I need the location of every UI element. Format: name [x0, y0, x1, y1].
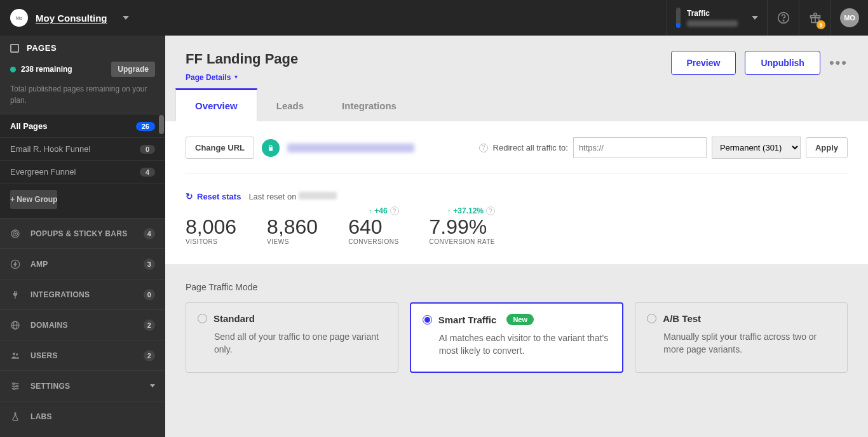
nav-settings[interactable]: SETTINGS: [0, 370, 165, 401]
reset-row: ↻ Reset stats Last reset on: [186, 191, 848, 201]
stat-views: 8,860 VIEWS: [267, 205, 318, 245]
sidebar: PAGES 238 remaining Upgrade Total publis…: [0, 36, 165, 437]
stat-value: 7.99%: [430, 217, 495, 237]
last-reset-text: Last reset on: [248, 192, 337, 201]
globe-icon: [10, 320, 20, 330]
nav-labs[interactable]: LABS: [0, 401, 165, 431]
page-count-badge: 4: [140, 168, 155, 177]
page-list: All Pages 26 Email R. Hook Funnel 0 Ever…: [0, 115, 165, 218]
page-item-label: Evergreen Funnel: [10, 167, 140, 177]
mode-desc: Send all of your traffic to one page var…: [198, 330, 386, 356]
more-menu-button[interactable]: •••: [829, 55, 848, 71]
svg-point-13: [16, 385, 18, 387]
tabs: Overview Leads Integrations: [165, 90, 868, 121]
mode-grid: Standard Send all of your traffic to one…: [186, 302, 848, 373]
topbar: Mo Moy Consulting Traffic 5 MO: [0, 0, 868, 36]
avatar[interactable]: MO: [840, 8, 859, 27]
pages-header[interactable]: PAGES: [0, 36, 165, 58]
stats-row: 8,006 VISITORS 8,860 VIEWS ↑ +46 ? 640 C…: [186, 205, 848, 245]
sidebar-page-email-hook[interactable]: Email R. Hook Funnel 0: [0, 138, 165, 161]
pages-icon: [10, 44, 19, 53]
traffic-text: Traffic: [687, 9, 738, 27]
tab-overview[interactable]: Overview: [175, 88, 257, 121]
svg-point-14: [13, 387, 15, 389]
sidebar-page-evergreen[interactable]: Evergreen Funnel 4: [0, 161, 165, 184]
mode-smart-traffic[interactable]: Smart Traffic New AI matches each visito…: [410, 302, 624, 373]
main-content: FF Landing Page Page Details ▼ Preview U…: [165, 36, 868, 437]
reset-stats-link[interactable]: ↻ Reset stats: [186, 191, 241, 201]
new-badge: New: [506, 314, 534, 325]
remaining-text: 238 remaining: [21, 65, 106, 74]
url-row: Change URL ? Redirect all traffic to: Pe…: [186, 137, 848, 173]
stat-conversion-rate: ↑ +37.12% ? 7.99% CONVERSION RATE: [430, 205, 495, 245]
chevron-down-icon: [752, 16, 758, 20]
nav-popups[interactable]: POPUPS & STICKY BARS 4: [0, 218, 165, 248]
change-url-button[interactable]: Change URL: [186, 137, 254, 159]
redirect-label: Redirect all traffic to:: [493, 143, 568, 152]
gift-badge: 5: [817, 20, 825, 29]
company-name: Moy Consulting: [36, 13, 107, 24]
traffic-mode-section: Page Traffic Mode Standard Send all of y…: [165, 264, 868, 396]
traffic-dropdown[interactable]: Traffic: [667, 0, 768, 36]
page-count-badge: 26: [136, 122, 155, 131]
radio-icon: [198, 314, 207, 323]
mode-ab-test[interactable]: A/B Test Manually split your traffic acr…: [635, 302, 848, 373]
pages-header-label: PAGES: [27, 43, 57, 53]
traffic-count-blurred: [687, 20, 738, 27]
nav-badge: 2: [144, 350, 155, 361]
nav-badge: 3: [144, 259, 155, 270]
redirect-url-input[interactable]: [573, 137, 707, 158]
sidebar-page-all[interactable]: All Pages 26: [0, 115, 165, 138]
plug-icon: [10, 290, 20, 300]
stat-delta: +46: [374, 206, 387, 215]
nav-label: SETTINGS: [31, 382, 140, 391]
help-icon[interactable]: ?: [390, 206, 399, 215]
flask-icon: [10, 412, 20, 422]
upgrade-button[interactable]: Upgrade: [111, 62, 155, 77]
lock-icon: [262, 139, 280, 157]
header-actions: Preview Unpublish •••: [671, 51, 848, 75]
radio-icon: [423, 315, 432, 325]
tab-leads[interactable]: Leads: [257, 90, 323, 121]
nav-badge: 4: [144, 228, 155, 239]
arrow-up-icon: ↑: [369, 208, 372, 215]
redirect-type-select[interactable]: Permanent (301): [712, 137, 801, 159]
nav-integrations[interactable]: INTEGRATIONS 0: [0, 279, 165, 309]
svg-point-1: [783, 20, 783, 21]
page-item-label: All Pages: [10, 121, 136, 131]
page-details-link[interactable]: Page Details ▼: [186, 73, 238, 82]
new-group-button[interactable]: + New Group: [10, 190, 57, 209]
nav-label: INTEGRATIONS: [31, 290, 133, 299]
nav-label: USERS: [31, 351, 133, 360]
nav-label: POPUPS & STICKY BARS: [31, 229, 133, 238]
stat-visitors: 8,006 VISITORS: [186, 205, 236, 245]
stat-value: 640: [348, 217, 398, 237]
remaining-description: Total published pages remaining on your …: [0, 81, 165, 115]
nav-amp[interactable]: AMP 3: [0, 248, 165, 279]
nav-badge: 0: [144, 289, 155, 300]
stat-label: CONVERSION RATE: [430, 238, 495, 245]
tab-integrations[interactable]: Integrations: [323, 90, 416, 121]
company-selector[interactable]: Mo Moy Consulting: [10, 9, 129, 27]
company-logo-icon: Mo: [10, 9, 28, 27]
stat-value: 8,006: [186, 217, 236, 237]
help-button[interactable]: [768, 0, 799, 36]
nav-label: AMP: [31, 260, 133, 269]
svg-point-11: [16, 353, 18, 355]
mode-title: Standard: [214, 313, 255, 324]
gift-button[interactable]: 5: [799, 0, 831, 36]
help-icon[interactable]: ?: [479, 144, 488, 152]
redirect-group: ? Redirect all traffic to: Permanent (30…: [479, 137, 848, 159]
preview-button[interactable]: Preview: [671, 51, 736, 75]
apply-button[interactable]: Apply: [806, 137, 848, 158]
chevron-down-icon: ▼: [233, 74, 238, 80]
mode-standard[interactable]: Standard Send all of your traffic to one…: [186, 302, 398, 373]
help-icon[interactable]: ?: [486, 206, 495, 215]
nav-users[interactable]: USERS 2: [0, 340, 165, 370]
mode-title: A/B Test: [663, 313, 701, 324]
nav-domains[interactable]: DOMAINS 2: [0, 309, 165, 340]
help-icon: [777, 11, 790, 24]
page-url-blurred[interactable]: [287, 144, 414, 152]
scrollbar-thumb[interactable]: [159, 115, 164, 134]
unpublish-button[interactable]: Unpublish: [745, 51, 820, 75]
